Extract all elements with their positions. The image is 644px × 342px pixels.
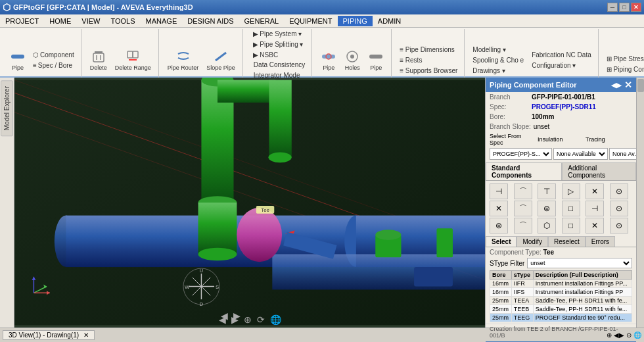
- menu-equipment[interactable]: EQUIPMENT: [284, 16, 337, 26]
- model-explorer-tab[interactable]: Model Explorer: [1, 80, 13, 136]
- menu-general[interactable]: GENERAL: [239, 16, 285, 26]
- penetrate-pipe-button[interactable]: Pipe: [317, 47, 340, 73]
- symbol-elbow[interactable]: ⌒: [514, 183, 532, 199]
- menu-project[interactable]: PROJECT: [0, 16, 44, 26]
- holes-button[interactable]: Holes: [341, 47, 363, 73]
- symbol-tee[interactable]: ⊤: [538, 183, 556, 199]
- status-icon-1[interactable]: ⊕: [607, 331, 612, 339]
- panel-close-button[interactable]: ✕: [624, 80, 632, 90]
- symbol-coupling[interactable]: ⊣: [586, 201, 604, 216]
- pipe2-button[interactable]: Pipe: [365, 47, 387, 73]
- symbol-olet[interactable]: ⌒: [514, 218, 532, 233]
- window-title: GFPtoGF [GFP:CATA | Model] - AVEVA Every…: [13, 3, 193, 11]
- pipe-button[interactable]: Pipe: [7, 47, 29, 73]
- insulation-select[interactable]: None Available: [553, 148, 608, 160]
- drawings-button[interactable]: Drawings ▾: [470, 66, 526, 76]
- panel-nav-icon[interactable]: ◀▶: [611, 82, 622, 89]
- close-button[interactable]: ✕: [631, 3, 641, 12]
- zoom-fit-icon[interactable]: ⊕: [244, 314, 252, 325]
- globe-icon[interactable]: 🌐: [270, 314, 281, 325]
- symbol-cap[interactable]: ⊜: [538, 201, 556, 216]
- component-tabs: Standard Components Additional Component…: [486, 162, 636, 181]
- viewport-3d[interactable]: Tee W S: [14, 78, 485, 328]
- main-area: Model Explorer: [0, 78, 644, 328]
- component-type-label: Component Type:: [490, 249, 543, 256]
- maximize-button[interactable]: □: [619, 3, 630, 12]
- svg-rect-0: [11, 55, 24, 59]
- spec-select[interactable]: PROGEF(PP)-S...: [490, 148, 552, 160]
- menu-admin[interactable]: ADMIN: [373, 16, 406, 26]
- data-consistency-button[interactable]: Data Consistency: [251, 60, 308, 70]
- pipe-router-icon: [175, 49, 191, 64]
- errors-tab[interactable]: Errors: [586, 236, 615, 247]
- status-icon-2[interactable]: ◀▶: [614, 331, 624, 339]
- symbol-square[interactable]: □: [562, 218, 580, 233]
- additional-components-tab[interactable]: Additional Components: [562, 162, 636, 180]
- spooling-checks-button[interactable]: Spooling & Cho e: [470, 55, 526, 65]
- svg-point-11: [350, 55, 354, 59]
- status-icon-3[interactable]: ⊙: [626, 331, 632, 339]
- pipe-router-button[interactable]: Pipe Router: [164, 47, 202, 73]
- stype-filter-select[interactable]: unset: [527, 258, 632, 268]
- status-icon-4[interactable]: 🌐: [633, 331, 641, 339]
- nsbc-button[interactable]: ▶ NSBC: [250, 50, 306, 60]
- pipe-dimensions-button[interactable]: ≡ Pipe Dimensions: [397, 45, 460, 55]
- svg-rect-6: [133, 51, 138, 58]
- title-bar-left: ⬡ GFPtoGF [GFP:CATA | Model] - AVEVA Eve…: [3, 2, 193, 12]
- menu-view[interactable]: VIEW: [76, 16, 105, 26]
- symbol-union[interactable]: □: [562, 201, 580, 216]
- component-button[interactable]: ⬡ Component: [30, 50, 77, 60]
- menu-piping[interactable]: PIPING: [338, 16, 373, 26]
- table-row[interactable]: 25mm TEEB Saddle-Tee, PP-H SDR11 with fe…: [490, 305, 632, 314]
- bore-row: Bore: 100mm: [486, 112, 636, 122]
- view-tab-3d[interactable]: 3D View(1) - Drawing(1) ✕: [3, 330, 95, 340]
- rotate-icon[interactable]: ⟳: [257, 314, 265, 325]
- status-icons: ⊕ ◀▶ ⊙ 🌐: [607, 331, 641, 339]
- scroll-thumb[interactable]: [637, 79, 644, 92]
- symbol-straight[interactable]: ⊣: [490, 183, 508, 199]
- modify-tab[interactable]: Modify: [517, 236, 547, 247]
- piping-component-editor-button[interactable]: ⊞ Piping Component Editor: [604, 64, 644, 74]
- slope-pipe-button[interactable]: Slope Pipe: [203, 47, 239, 73]
- reselect-tab[interactable]: Reselect: [548, 236, 586, 247]
- pipe-stress-button[interactable]: ⊞ Pipe Stress: [604, 54, 644, 64]
- symbol-cross[interactable]: ✕: [490, 201, 508, 216]
- pipe-splitting-button[interactable]: ▶ Pipe Splitting ▾: [250, 39, 306, 49]
- table-row-selected[interactable]: 25mm TEEG PROGEF Standard tee 90° redu..…: [490, 314, 632, 322]
- svg-text:S: S: [216, 284, 219, 290]
- symbol-flange[interactable]: ⊙: [610, 183, 628, 199]
- view-tab-close[interactable]: ✕: [83, 331, 89, 339]
- symbol-stub[interactable]: ⊙: [610, 201, 628, 216]
- menu-tools[interactable]: TOOLS: [105, 16, 140, 26]
- right-scrollbar[interactable]: [636, 78, 644, 328]
- symbol-cross2[interactable]: ✕: [586, 218, 604, 233]
- symbol-ring[interactable]: ⊙: [610, 218, 628, 233]
- symbol-special[interactable]: ⬡: [538, 218, 556, 233]
- menu-manage[interactable]: MANAGE: [141, 16, 183, 26]
- supports-browser-button[interactable]: ≡ Supports Browser: [397, 66, 460, 76]
- menu-home[interactable]: HOME: [44, 16, 76, 26]
- pipe-system-button[interactable]: ▶ Pipe System ▾: [250, 29, 306, 39]
- fabrication-nc-button[interactable]: Fabrication NC Data: [529, 50, 594, 60]
- minimize-button[interactable]: ─: [607, 3, 618, 12]
- rests-button[interactable]: ≡ Rests: [397, 55, 460, 65]
- symbol-valve[interactable]: ✕: [586, 183, 604, 199]
- table-row[interactable]: 25mm TEEA Saddle-Tee, PP-H SDR11 with fe…: [490, 297, 632, 305]
- standard-components-tab[interactable]: Standard Components: [486, 162, 562, 180]
- symbol-nipple[interactable]: ⊜: [490, 218, 508, 233]
- nav-left-icon[interactable]: ◀: [219, 314, 226, 325]
- delete-range-button[interactable]: Delete Range: [112, 47, 154, 73]
- menu-design-aids[interactable]: DESIGN AIDS: [182, 16, 239, 26]
- bore-label: Bore:: [490, 113, 529, 120]
- nav-right-icon[interactable]: ▶: [231, 314, 239, 325]
- delete-button[interactable]: Delete: [87, 47, 110, 73]
- modelling-button[interactable]: Modelling ▾: [470, 45, 526, 55]
- select-tab[interactable]: Select: [486, 236, 517, 247]
- symbol-bend[interactable]: ⌒: [514, 201, 532, 216]
- configuration-button[interactable]: Configuration ▾: [529, 61, 594, 70]
- spec-bore-button[interactable]: ≡ Spec / Bore: [30, 61, 77, 70]
- table-row[interactable]: 16mm IIFS Instrument installation Fittin…: [490, 288, 632, 297]
- symbol-reducer[interactable]: ▷: [562, 183, 580, 199]
- view-tab-bar: 3D View(1) - Drawing(1) ✕: [3, 330, 96, 340]
- table-row[interactable]: 16mm IIFR Instrument installation Fittin…: [490, 280, 632, 288]
